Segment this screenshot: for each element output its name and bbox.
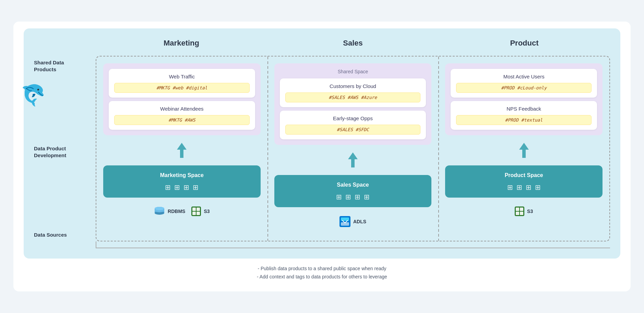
product-column: Most Active Users #PROD #cLoud-only NPS … bbox=[438, 57, 609, 241]
sales-space-box: Sales Space ⊞ ⊞ ⊞ ⊞ bbox=[274, 175, 432, 207]
marketing-s3-source: S3 bbox=[191, 206, 210, 216]
sales-table-icon-1: ⊞ bbox=[336, 193, 342, 201]
columns-header: Marketing Sales Product bbox=[34, 35, 610, 52]
early-stage-opps-title: Early-stage Opps bbox=[285, 115, 421, 121]
svg-rect-14 bbox=[516, 208, 519, 211]
marketing-space-title: Marketing Space bbox=[110, 172, 254, 178]
s3-icon bbox=[191, 206, 201, 216]
adls-source: ADLS bbox=[339, 216, 366, 227]
sales-space-title: Sales Space bbox=[281, 182, 425, 188]
sales-column: Shared Space Customers by Cloud #SALES #… bbox=[267, 57, 439, 241]
product-table-icon-3: ⊞ bbox=[526, 183, 532, 191]
db-icon bbox=[154, 206, 165, 216]
data-sources-label: Data Sources bbox=[34, 231, 89, 238]
marketing-space-box: Marketing Space ⊞ ⊞ ⊞ ⊞ bbox=[103, 165, 261, 198]
shared-data-products-label: Shared DataProducts bbox=[34, 59, 89, 73]
customers-by-cloud-title: Customers by Cloud bbox=[285, 83, 421, 89]
product-space-title: Product Space bbox=[452, 172, 596, 178]
table-icon-3: ⊞ bbox=[183, 183, 189, 191]
most-active-users-tags: #PROD #cLoud-only bbox=[456, 83, 592, 93]
product-table-icons: ⊞ ⊞ ⊞ ⊞ bbox=[452, 183, 596, 191]
sales-shared-space: Shared Space Customers by Cloud #SALES #… bbox=[274, 63, 432, 145]
outer-container: 🐬 Marketing Sales Product Shared DataPro… bbox=[13, 22, 631, 291]
svg-rect-6 bbox=[192, 208, 196, 211]
product-s3-source: S3 bbox=[515, 206, 533, 216]
sales-arrow-head bbox=[348, 152, 358, 159]
bottom-bracket bbox=[96, 241, 610, 248]
footnote-line-1: - Publish data products to a shared publ… bbox=[24, 265, 620, 273]
adls-icon bbox=[339, 216, 350, 227]
product-data-sources: S3 bbox=[445, 203, 603, 220]
rdbms-label: RDBMS bbox=[168, 209, 185, 214]
table-icon-1: ⊞ bbox=[165, 183, 171, 191]
marketing-arrow-head bbox=[177, 143, 187, 150]
svg-rect-16 bbox=[516, 212, 519, 215]
web-traffic-title: Web Traffic bbox=[114, 74, 250, 79]
marketing-shared-space: Web Traffic #MKTG #web #digital Webinar … bbox=[103, 63, 261, 135]
marketing-data-sources: RDBMS S3 bbox=[103, 203, 261, 220]
product-arrow-head bbox=[519, 143, 529, 150]
nps-feedback-card: NPS Feedback #PROD #textual bbox=[451, 101, 597, 130]
webinar-attendees-card: Webinar Attendees #MKTG #AWS bbox=[109, 101, 255, 130]
svg-rect-8 bbox=[192, 212, 196, 215]
product-arrow bbox=[445, 143, 603, 158]
customers-by-cloud-card: Customers by Cloud #SALES #AWS #Azure bbox=[280, 78, 426, 107]
sales-table-icon-4: ⊞ bbox=[364, 193, 370, 201]
early-stage-opps-card: Early-stage Opps #SALES #SFDC bbox=[280, 111, 426, 139]
narwhal-icon: 🐬 bbox=[20, 83, 46, 108]
product-space-box: Product Space ⊞ ⊞ ⊞ ⊞ bbox=[445, 165, 603, 198]
shared-space-label: Shared Space bbox=[280, 69, 426, 74]
sales-table-icon-3: ⊞ bbox=[355, 193, 360, 201]
product-s3-icon bbox=[515, 206, 524, 216]
svg-rect-17 bbox=[520, 212, 523, 215]
product-table-icon-4: ⊞ bbox=[535, 183, 541, 191]
svg-point-4 bbox=[155, 207, 164, 210]
early-stage-opps-tags: #SALES #SFDC bbox=[285, 125, 421, 135]
sales-arrow bbox=[274, 152, 432, 167]
footnote: - Publish data products to a shared publ… bbox=[24, 265, 620, 281]
data-product-dev-label: Data ProductDevelopment bbox=[34, 145, 89, 159]
main-diagram: 🐬 Marketing Sales Product Shared DataPro… bbox=[24, 28, 620, 259]
product-arrow-shaft bbox=[522, 150, 526, 158]
svg-rect-9 bbox=[196, 212, 200, 215]
marketing-arrow-shaft bbox=[180, 150, 183, 158]
svg-rect-7 bbox=[196, 208, 200, 211]
customers-by-cloud-tags: #SALES #AWS #Azure bbox=[285, 92, 421, 102]
marketing-header: Marketing bbox=[96, 35, 267, 52]
marketing-column: Web Traffic #MKTG #web #digital Webinar … bbox=[96, 57, 267, 241]
most-active-users-title: Most Active Users bbox=[456, 74, 592, 79]
most-active-users-card: Most Active Users #PROD #cLoud-only bbox=[451, 69, 597, 98]
footnote-line-2: - Add context and tags to data products … bbox=[24, 273, 620, 281]
web-traffic-card: Web Traffic #MKTG #web #digital bbox=[109, 69, 255, 98]
product-table-icon-2: ⊞ bbox=[516, 183, 522, 191]
columns-area: Web Traffic #MKTG #web #digital Webinar … bbox=[96, 56, 610, 241]
sales-data-sources: ADLS bbox=[274, 213, 432, 230]
sales-table-icons: ⊞ ⊞ ⊞ ⊞ bbox=[281, 193, 425, 201]
product-table-icon-1: ⊞ bbox=[507, 183, 513, 191]
body-grid: Shared DataProducts Data ProductDevelopm… bbox=[34, 56, 610, 241]
product-header: Product bbox=[439, 35, 610, 52]
rdbms-source: RDBMS bbox=[154, 206, 185, 216]
sales-arrow-shaft bbox=[351, 159, 355, 167]
nps-feedback-tags: #PROD #textual bbox=[456, 115, 592, 125]
sales-header: Sales bbox=[267, 35, 439, 52]
product-s3-label: S3 bbox=[527, 209, 533, 214]
adls-label: ADLS bbox=[353, 219, 366, 224]
table-icon-2: ⊞ bbox=[174, 183, 180, 191]
sales-table-icon-2: ⊞ bbox=[345, 193, 351, 201]
webinar-attendees-tags: #MKTG #AWS bbox=[114, 115, 250, 125]
nps-feedback-title: NPS Feedback bbox=[456, 106, 592, 112]
marketing-arrow bbox=[103, 143, 261, 158]
marketing-table-icons: ⊞ ⊞ ⊞ ⊞ bbox=[110, 183, 254, 191]
webinar-attendees-title: Webinar Attendees bbox=[114, 106, 250, 112]
marketing-s3-label: S3 bbox=[204, 209, 210, 214]
product-shared-space: Most Active Users #PROD #cLoud-only NPS … bbox=[445, 63, 603, 135]
web-traffic-tags: #MKTG #web #digital bbox=[114, 83, 250, 93]
svg-rect-15 bbox=[520, 208, 523, 211]
table-icon-4: ⊞ bbox=[193, 183, 199, 191]
